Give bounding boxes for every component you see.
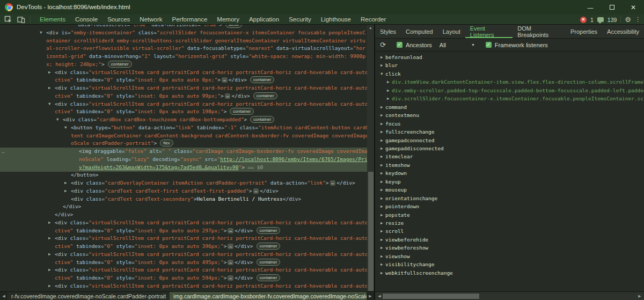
expanded-arrow-icon[interactable]: ▼ bbox=[48, 100, 51, 108]
dom-tree-node[interactable]: ctive" tabindex="0" style="inset: 0px au… bbox=[0, 92, 367, 100]
collapsed-arrow-icon[interactable]: ▶ bbox=[380, 178, 383, 186]
dom-tree-node[interactable]: </div> bbox=[0, 203, 367, 211]
badge-container[interactable]: container bbox=[253, 92, 277, 99]
collapsed-arrow-icon[interactable]: ▶ bbox=[48, 84, 51, 92]
issues-icon[interactable] bbox=[597, 17, 604, 22]
event-listener-itemclear[interactable]: ▶itemclear bbox=[375, 152, 644, 160]
collapsed-arrow-icon[interactable]: ▶ bbox=[380, 252, 383, 260]
dom-tree-node[interactable]: y?maxHeight=263&maxWidth=175&tag=7ad5ed0… bbox=[0, 164, 367, 172]
collapsed-arrow-icon[interactable]: ▶ bbox=[380, 61, 383, 69]
collapsed-arrow-icon[interactable]: ▶ bbox=[380, 202, 383, 210]
collapsed-arrow-icon[interactable]: ▶ bbox=[380, 144, 383, 152]
event-listener-viewbeforehide[interactable]: ▶viewbeforehide bbox=[375, 236, 644, 244]
sidebar-tab-dom-breakpoints[interactable]: DOM Breakpoints bbox=[513, 25, 566, 38]
collapsed-arrow-icon[interactable]: ▶ bbox=[380, 103, 383, 111]
handler-element-link[interactable]: div.emby-scroller.padded-top-focusscale.… bbox=[392, 86, 644, 94]
maximize-button[interactable] bbox=[601, 0, 623, 14]
tab-application[interactable]: Application bbox=[244, 14, 284, 24]
collapsed-arrow-icon[interactable]: ▶ bbox=[48, 235, 51, 243]
collapsed-arrow-icon[interactable]: ▶ bbox=[380, 194, 383, 202]
scrollbar-thumb[interactable] bbox=[383, 294, 479, 299]
dom-tree-node[interactable]: ▼<button type="button" data-action="link… bbox=[0, 124, 367, 132]
event-listener-resize[interactable]: ▶resize bbox=[375, 219, 644, 227]
event-listener-keydown[interactable]: ▶keydown bbox=[375, 169, 644, 177]
event-listener-beforeunload[interactable]: ▶beforeunload bbox=[375, 53, 644, 61]
tab-lighthouse[interactable]: Lighthouse bbox=[316, 14, 356, 24]
inspect-element-icon[interactable] bbox=[4, 16, 12, 24]
collapsed-arrow-icon[interactable]: ▶ bbox=[380, 128, 383, 136]
dom-tree-node[interactable]: ctive" tabindex="0" style="inset: 0px au… bbox=[0, 227, 367, 235]
collapsed-arrow-icon[interactable]: ▶ bbox=[380, 219, 383, 227]
dom-tree-node[interactable]: tent cardImageContainer cardContent-back… bbox=[0, 132, 367, 140]
dom-tree-node[interactable]: ▼<div is="emby-itemscontainer" class="sc… bbox=[0, 29, 367, 37]
event-listener-mouseup[interactable]: ▶mouseup bbox=[375, 186, 644, 194]
event-listener-keyup[interactable]: ▶keyup bbox=[375, 178, 644, 186]
expanded-arrow-icon[interactable]: ▼ bbox=[40, 29, 42, 37]
event-listener-visibilitychange[interactable]: ▶visibilitychange bbox=[375, 260, 644, 268]
badge-container[interactable]: container bbox=[257, 243, 281, 250]
collapsed-arrow-icon[interactable]: ▶ bbox=[48, 282, 51, 290]
dom-tree-node[interactable]: ▶<div class="virtualScrollItem card port… bbox=[0, 84, 367, 92]
sidebar-tab-accessibility[interactable]: Accessibility bbox=[602, 25, 644, 38]
event-listener-gamepaddisconnected[interactable]: ▶gamepaddisconnected bbox=[375, 144, 644, 152]
collapsed-arrow-icon[interactable]: ▶ bbox=[380, 244, 383, 252]
dom-tree-node[interactable]: ctive" tabindex="0" style="inset: 0px au… bbox=[0, 76, 367, 84]
collapsed-arrow-icon[interactable]: ▶ bbox=[64, 179, 67, 187]
collapsed-arrow-icon[interactable]: ▶ bbox=[48, 69, 51, 77]
handler-element-link[interactable]: div.itemView.darkContentContainer-item.v… bbox=[392, 78, 644, 86]
scroll-up-icon[interactable]: ▲ bbox=[367, 26, 374, 30]
dom-tree-node[interactable]: ontainer scrollSliderX emby-scrollbutton… bbox=[0, 37, 367, 45]
collapsed-arrow-icon[interactable]: ▶ bbox=[380, 120, 383, 128]
dom-tree-node[interactable]: …<img draggable="false" alt=" " class="c… bbox=[0, 148, 367, 156]
scroll-left-icon[interactable]: ◀ bbox=[376, 292, 383, 300]
tab-network[interactable]: Network bbox=[135, 14, 167, 24]
dom-tree-node[interactable]: ▶<div class="virtualScrollItem card port… bbox=[0, 251, 367, 259]
dom-tree-node[interactable]: <div class="cardText cardText-secondary"… bbox=[0, 195, 367, 203]
collapsed-arrow-icon[interactable]: ▶ bbox=[380, 186, 383, 194]
expand-inline-icon[interactable]: … bbox=[228, 244, 233, 249]
expand-inline-icon[interactable]: … bbox=[228, 228, 233, 233]
dom-tree-node[interactable]: ▶<div class="cardOverlayContainer itemAc… bbox=[0, 179, 367, 187]
tab-security[interactable]: Security bbox=[284, 14, 316, 24]
dom-tree-node[interactable]: ▼<div class="virtualScrollItem card port… bbox=[0, 100, 367, 108]
dom-tree-node[interactable]: ctive" tabindex="0" style="inset: 0px au… bbox=[0, 259, 367, 267]
badge-container[interactable]: container bbox=[250, 116, 274, 123]
minimize-button[interactable]: — bbox=[580, 0, 601, 14]
dom-tree-node[interactable]: izontal-grid" data-minoverhang="1" layou… bbox=[0, 53, 367, 61]
event-listener-focus[interactable]: ▶focus bbox=[375, 120, 644, 128]
badge-container[interactable]: container bbox=[250, 76, 274, 83]
breadcrumb-back-icon[interactable]: ◀ bbox=[0, 292, 8, 300]
dom-tree-node[interactable]: ctive" tabindex="0" style="inset: 0px au… bbox=[0, 108, 367, 116]
event-listener-popstate[interactable]: ▶popstate bbox=[375, 211, 644, 219]
event-listener-command[interactable]: ▶command bbox=[375, 103, 644, 111]
sidebar-tab-layout[interactable]: Layout bbox=[438, 25, 465, 38]
event-handler-node[interactable]: ▶div.scrollSlider.focuscontainer-x.items… bbox=[375, 94, 644, 103]
badge-flex[interactable]: flex bbox=[160, 140, 173, 147]
collapsed-arrow-icon[interactable]: ▶ bbox=[387, 86, 390, 94]
refresh-icon[interactable]: ⟳ bbox=[380, 41, 386, 48]
sidebar-horizontal-scrollbar[interactable]: ◀ ▶ bbox=[375, 291, 644, 300]
handler-element-link[interactable]: div.scrollSlider.focuscontainer-x.itemsC… bbox=[392, 94, 644, 103]
expanded-arrow-icon[interactable]: ▼ bbox=[56, 116, 59, 124]
badge-container[interactable]: container bbox=[257, 259, 281, 266]
event-listener-scroll[interactable]: ▶scroll bbox=[375, 227, 644, 235]
event-listener-viewshow[interactable]: ▶viewshow bbox=[375, 252, 644, 260]
expanded-arrow-icon[interactable]: ▼ bbox=[380, 70, 383, 78]
dom-tree-node[interactable]: ▶<div class="virtualScrollItem card port… bbox=[0, 282, 367, 290]
sidebar-tab-computed[interactable]: Computed bbox=[401, 25, 438, 38]
dom-tree-node[interactable]: ▼<div class="cardBox cardBox-touchzoom c… bbox=[0, 116, 367, 124]
settings-gear-icon[interactable]: ⚙ bbox=[625, 16, 631, 24]
framework-listeners-checkbox[interactable]: ✓ bbox=[486, 42, 492, 48]
collapsed-arrow-icon[interactable]: ▶ bbox=[387, 94, 390, 103]
collapsed-arrow-icon[interactable]: ▶ bbox=[380, 53, 383, 61]
dom-tree-node[interactable]: noScale" loading="lazy" decoding="async"… bbox=[0, 156, 367, 164]
collapsed-arrow-icon[interactable]: ▶ bbox=[380, 111, 383, 119]
collapsed-arrow-icon[interactable]: ▶ bbox=[380, 236, 383, 244]
collapsed-arrow-icon[interactable]: ▶ bbox=[380, 136, 383, 144]
tab-recorder[interactable]: Recorder bbox=[356, 14, 391, 24]
event-listener-blur[interactable]: ▶blur bbox=[375, 61, 644, 69]
event-listener-viewbeforeshow[interactable]: ▶viewbeforeshow bbox=[375, 244, 644, 252]
dom-tree-node[interactable]: ▶<div class="virtualScrollItem card port… bbox=[0, 235, 367, 243]
dom-tree-node[interactable]: oScale cardPadder-portrait">flex bbox=[0, 140, 367, 148]
badge-container[interactable]: container bbox=[230, 108, 254, 115]
